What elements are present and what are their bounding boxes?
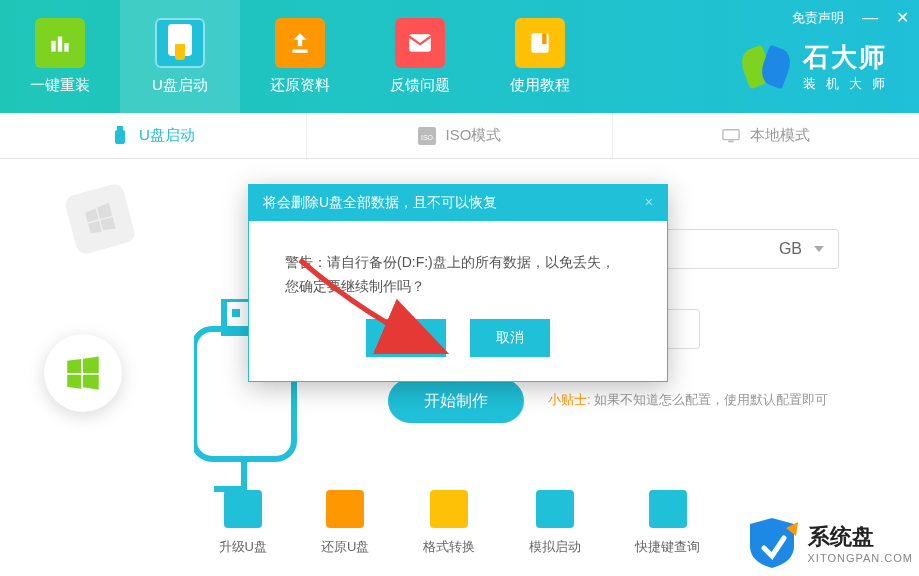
monitor-icon — [722, 127, 740, 145]
start-make-button[interactable]: 开始制作 — [388, 379, 524, 423]
tip-text: 如果不知道怎么配置，使用默认配置即可 — [594, 392, 828, 407]
nav-label: U盘启动 — [152, 76, 208, 95]
tool-upgrade-usb[interactable]: 升级U盘 — [219, 490, 267, 556]
monitor-play-icon — [536, 490, 574, 528]
svg-rect-1 — [58, 37, 62, 52]
tool-label: 升级U盘 — [219, 538, 267, 556]
tool-shortcut-lookup[interactable]: 快捷键查询 — [635, 490, 700, 556]
cancel-button[interactable]: 取消 — [470, 319, 550, 357]
nav-label: 还原资料 — [270, 76, 330, 95]
watermark-logo-icon — [742, 516, 802, 570]
watermark-name: 系统盘 — [808, 522, 914, 552]
tab-label: U盘启动 — [139, 126, 195, 145]
nav-feedback[interactable]: 反馈问题 — [360, 0, 480, 113]
dialog-title: 将会删除U盘全部数据，且不可以恢复 — [263, 194, 497, 212]
nav-tutorial[interactable]: 使用教程 — [480, 0, 600, 113]
tip-label: 小贴士: — [548, 392, 591, 407]
keyboard-icon — [649, 490, 687, 528]
usb-small-icon — [111, 127, 129, 145]
tab-usb-boot[interactable]: U盘启动 — [0, 113, 307, 158]
svg-rect-0 — [51, 41, 55, 52]
mode-tabs: U盘启动 ISO ISO模式 本地模式 — [0, 113, 919, 159]
brand-logo-icon — [741, 42, 791, 92]
tab-iso-mode[interactable]: ISO ISO模式 — [307, 113, 614, 158]
iso-icon: ISO — [418, 127, 436, 145]
usb-up-icon — [224, 490, 262, 528]
close-button[interactable]: ✕ — [896, 8, 909, 27]
watermark-url: XITONGPAN.COM — [808, 552, 914, 564]
button-label: 取消 — [496, 329, 524, 347]
mail-icon — [395, 18, 445, 68]
nav-restore[interactable]: 还原资料 — [240, 0, 360, 113]
dialog-body: 警告：请自行备份(D:F:)盘上的所有数据，以免丢失， 您确定要继续制作吗？ — [249, 221, 667, 307]
window-controls: 免责声明 — ✕ — [792, 8, 909, 27]
nav-label: 一键重装 — [30, 76, 90, 95]
tab-local-mode[interactable]: 本地模式 — [613, 113, 919, 158]
svg-rect-7 — [115, 130, 125, 144]
svg-rect-12 — [728, 140, 733, 142]
book-icon — [515, 18, 565, 68]
svg-rect-11 — [723, 129, 739, 139]
brand-subtitle: 装机大师 — [803, 75, 895, 93]
confirm-dialog: 将会删除U盘全部数据，且不可以恢复 × 警告：请自行备份(D:F:)盘上的所有数… — [248, 184, 668, 382]
dialog-close-button[interactable]: × — [645, 194, 653, 212]
title-bar: 一键重装 U盘启动 还原资料 反馈问题 使用教程 免责声明 — ✕ 石大师 装机… — [0, 0, 919, 113]
svg-rect-8 — [117, 126, 123, 131]
tool-label: 格式转换 — [423, 538, 475, 556]
tool-simulate-boot[interactable]: 模拟启动 — [529, 490, 581, 556]
tool-label: 快捷键查询 — [635, 538, 700, 556]
nav-usb-boot[interactable]: U盘启动 — [120, 0, 240, 113]
tool-format-convert[interactable]: 格式转换 — [423, 490, 475, 556]
nav-reinstall[interactable]: 一键重装 — [0, 0, 120, 113]
svg-rect-6 — [542, 33, 546, 44]
nav-label: 反馈问题 — [390, 76, 450, 95]
confirm-button[interactable]: 确定 — [366, 319, 446, 357]
dialog-header: 将会删除U盘全部数据，且不可以恢复 × — [249, 185, 667, 221]
button-label: 确定 — [392, 329, 420, 347]
tab-label: 本地模式 — [750, 126, 810, 145]
svg-text:ISO: ISO — [421, 134, 434, 141]
disclaimer-link[interactable]: 免责声明 — [792, 9, 844, 27]
convert-icon — [430, 490, 468, 528]
dialog-warning-line1: 警告：请自行备份(D:F:)盘上的所有数据，以免丢失， — [285, 251, 631, 275]
tool-label: 模拟启动 — [529, 538, 581, 556]
tool-restore-usb[interactable]: 还原U盘 — [321, 490, 369, 556]
tip-row: 小贴士: 如果不知道怎么配置，使用默认配置即可 — [548, 391, 828, 409]
watermark: 系统盘 XITONGPAN.COM — [742, 516, 914, 570]
brand-name: 石大师 — [803, 40, 895, 75]
svg-rect-15 — [232, 309, 240, 317]
windows-circle-button[interactable] — [44, 334, 122, 412]
svg-rect-3 — [292, 50, 307, 53]
restore-icon — [326, 490, 364, 528]
tab-label: ISO模式 — [446, 126, 502, 145]
dialog-footer: 确定 取消 — [249, 307, 667, 381]
upload-icon — [275, 18, 325, 68]
tool-label: 还原U盘 — [321, 538, 369, 556]
minimize-button[interactable]: — — [862, 9, 878, 27]
dropdown-value: GB — [779, 240, 802, 258]
bar-chart-icon — [35, 18, 85, 68]
shield-usb-icon — [155, 18, 205, 68]
dialog-warning-line2: 您确定要继续制作吗？ — [285, 275, 631, 299]
button-label: 开始制作 — [424, 391, 488, 412]
brand: 石大师 装机大师 — [741, 40, 895, 93]
windows-tile-icon — [63, 182, 136, 255]
nav-label: 使用教程 — [510, 76, 570, 95]
svg-rect-2 — [64, 43, 68, 52]
